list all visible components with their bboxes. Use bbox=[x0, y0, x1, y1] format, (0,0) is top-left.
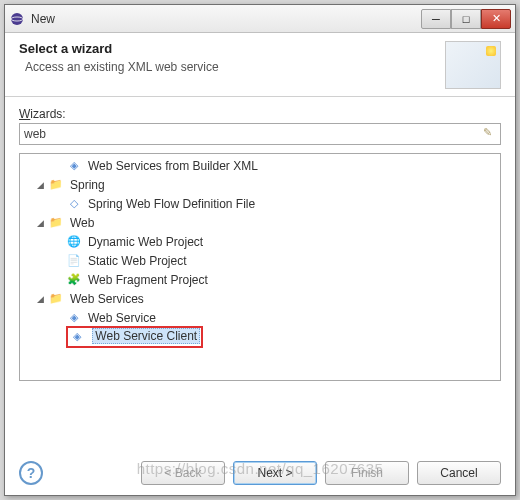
folder-icon: 📁 bbox=[48, 291, 64, 307]
help-button[interactable]: ? bbox=[19, 461, 43, 485]
collapse-icon[interactable]: ◢ bbox=[34, 293, 46, 305]
wizard-header: Select a wizard Access an existing XML w… bbox=[5, 33, 515, 97]
tree-item[interactable]: 📄 Static Web Project bbox=[20, 251, 500, 270]
wizard-icon: 📄 bbox=[66, 253, 82, 269]
page-title: Select a wizard bbox=[19, 41, 445, 56]
tree-folder-spring[interactable]: ◢ 📁 Spring bbox=[20, 175, 500, 194]
next-button[interactable]: Next > bbox=[233, 461, 317, 485]
wizard-icon: 🌐 bbox=[66, 234, 82, 250]
tree-item-selected[interactable]: ◈ Web Service Client bbox=[20, 327, 500, 346]
wizard-icon: 🧩 bbox=[66, 272, 82, 288]
close-button[interactable]: ✕ bbox=[481, 9, 511, 29]
tree-item[interactable]: 🌐 Dynamic Web Project bbox=[20, 232, 500, 251]
wizard-filter-input[interactable] bbox=[19, 123, 501, 145]
tree-item[interactable]: ◇ Spring Web Flow Definition File bbox=[20, 194, 500, 213]
tree-folder-web[interactable]: ◢ 📁 Web bbox=[20, 213, 500, 232]
maximize-button[interactable]: □ bbox=[451, 9, 481, 29]
wizard-icon: ◈ bbox=[66, 310, 82, 326]
new-wizard-dialog: New ─ □ ✕ Select a wizard Access an exis… bbox=[4, 4, 516, 496]
button-bar: ? < Back Next > Finish Cancel bbox=[5, 461, 515, 485]
finish-button[interactable]: Finish bbox=[325, 461, 409, 485]
clear-filter-icon[interactable]: ✎ bbox=[483, 126, 497, 140]
collapse-icon[interactable]: ◢ bbox=[34, 217, 46, 229]
cancel-button[interactable]: Cancel bbox=[417, 461, 501, 485]
collapse-icon[interactable]: ◢ bbox=[34, 179, 46, 191]
minimize-button[interactable]: ─ bbox=[421, 9, 451, 29]
tree-folder-webservices[interactable]: ◢ 📁 Web Services bbox=[20, 289, 500, 308]
wizards-label: Wizards: bbox=[19, 107, 501, 121]
tree-item[interactable]: ◈ Web Services from Builder XML bbox=[20, 156, 500, 175]
wizard-banner-icon bbox=[445, 41, 501, 89]
titlebar[interactable]: New ─ □ ✕ bbox=[5, 5, 515, 33]
wizard-icon: ◈ bbox=[69, 329, 85, 345]
tree-item[interactable]: 🧩 Web Fragment Project bbox=[20, 270, 500, 289]
folder-icon: 📁 bbox=[48, 215, 64, 231]
tree-item[interactable]: ◈ Web Service bbox=[20, 308, 500, 327]
wizard-icon: ◈ bbox=[66, 158, 82, 174]
eclipse-icon bbox=[9, 11, 25, 27]
page-subtitle: Access an existing XML web service bbox=[25, 60, 445, 74]
folder-icon: 📁 bbox=[48, 177, 64, 193]
wizard-icon: ◇ bbox=[66, 196, 82, 212]
wizard-tree[interactable]: ◈ Web Services from Builder XML ◢ 📁 Spri… bbox=[19, 153, 501, 381]
back-button[interactable]: < Back bbox=[141, 461, 225, 485]
svg-point-0 bbox=[11, 13, 23, 25]
window-title: New bbox=[31, 12, 421, 26]
